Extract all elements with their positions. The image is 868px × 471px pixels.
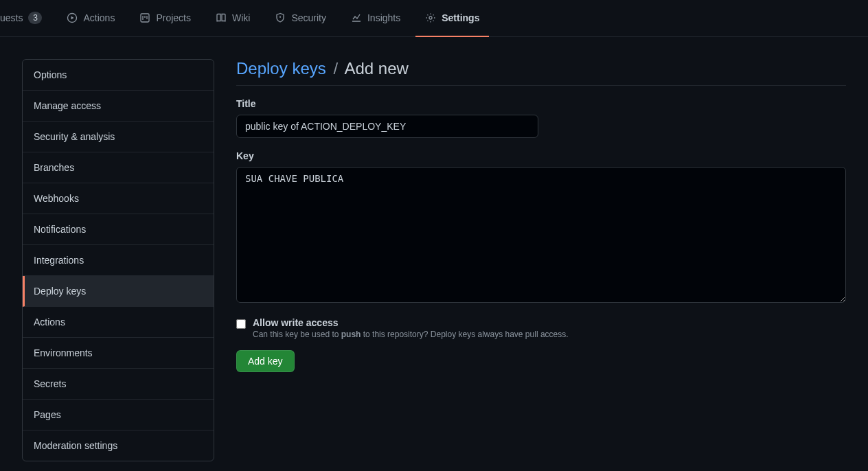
tab-settings[interactable]: Settings <box>415 0 489 37</box>
allow-write-row: Allow write access Can this key be used … <box>236 317 846 339</box>
tab-label: Insights <box>367 12 400 23</box>
sidebar-item-webhooks[interactable]: Webhooks <box>23 183 214 214</box>
play-icon <box>67 12 78 23</box>
sidebar-item-deploy-keys[interactable]: Deploy keys <box>23 276 214 307</box>
sidebar-item-options[interactable]: Options <box>23 60 214 91</box>
book-icon <box>216 12 227 23</box>
tab-label: Wiki <box>232 12 250 23</box>
tab-insights[interactable]: Insights <box>341 0 410 37</box>
sidebar-item-secrets[interactable]: Secrets <box>23 369 214 400</box>
tab-label: Actions <box>83 12 115 23</box>
sidebar-item-label: Moderation settings <box>34 440 117 451</box>
title-label: Title <box>236 98 846 109</box>
title-input[interactable] <box>236 115 538 138</box>
sidebar-item-manage-access[interactable]: Manage access <box>23 91 214 122</box>
sidebar-item-label: Environments <box>34 347 93 358</box>
key-field: Key SUA CHAVE PUBLICA <box>236 150 846 305</box>
breadcrumb-parent[interactable]: Deploy keys <box>236 59 326 78</box>
key-label: Key <box>236 150 846 161</box>
breadcrumb: Deploy keys / Add new <box>236 59 846 86</box>
sidebar-item-label: Deploy keys <box>34 286 86 297</box>
pull-requests-count: 3 <box>28 12 42 24</box>
tab-pull-requests[interactable]: uests 3 <box>0 0 52 37</box>
tab-wiki[interactable]: Wiki <box>206 0 260 37</box>
sidebar-item-notifications[interactable]: Notifications <box>23 214 214 245</box>
sidebar-item-actions[interactable]: Actions <box>23 307 214 338</box>
tab-security[interactable]: Security <box>265 0 336 37</box>
tab-label: Projects <box>156 12 191 23</box>
allow-write-help: Can this key be used to push to this rep… <box>253 330 569 339</box>
breadcrumb-current: Add new <box>344 59 408 78</box>
tab-label: Settings <box>442 12 479 23</box>
sidebar-item-label: Manage access <box>34 100 101 111</box>
svg-point-2 <box>429 16 432 19</box>
sidebar-item-environments[interactable]: Environments <box>23 338 214 369</box>
repo-tabs: uests 3 Actions Projects Wiki Security I… <box>0 0 868 37</box>
tab-projects[interactable]: Projects <box>130 0 201 37</box>
sidebar-item-integrations[interactable]: Integrations <box>23 245 214 276</box>
tab-label: uests <box>0 12 23 23</box>
add-key-button[interactable]: Add key <box>236 350 295 372</box>
sidebar-item-pages[interactable]: Pages <box>23 400 214 430</box>
project-icon <box>139 12 150 23</box>
settings-sidebar: Options Manage access Security & analysi… <box>22 59 214 461</box>
sidebar-item-label: Pages <box>34 409 61 420</box>
title-field: Title <box>236 98 846 138</box>
sidebar-item-branches[interactable]: Branches <box>23 152 214 183</box>
key-textarea[interactable]: SUA CHAVE PUBLICA <box>236 167 846 303</box>
allow-write-checkbox[interactable] <box>236 319 246 329</box>
graph-icon <box>351 12 362 23</box>
main-content: Deploy keys / Add new Title Key SUA CHAV… <box>236 59 857 461</box>
sidebar-item-moderation[interactable]: Moderation settings <box>23 430 214 461</box>
sidebar-item-label: Actions <box>34 317 65 328</box>
sidebar-item-label: Options <box>34 69 67 80</box>
sidebar-item-label: Integrations <box>34 255 84 266</box>
tab-label: Security <box>291 12 326 23</box>
allow-write-label: Allow write access <box>253 317 569 328</box>
breadcrumb-sep: / <box>330 59 341 78</box>
sidebar-item-label: Webhooks <box>34 193 79 204</box>
sidebar-item-label: Security & analysis <box>34 131 115 142</box>
shield-icon <box>275 12 286 23</box>
sidebar-item-security-analysis[interactable]: Security & analysis <box>23 122 214 152</box>
tab-actions[interactable]: Actions <box>57 0 124 37</box>
sidebar-item-label: Secrets <box>34 378 66 389</box>
gear-icon <box>425 12 436 23</box>
sidebar-item-label: Branches <box>34 162 74 173</box>
sidebar-item-label: Notifications <box>34 224 86 235</box>
